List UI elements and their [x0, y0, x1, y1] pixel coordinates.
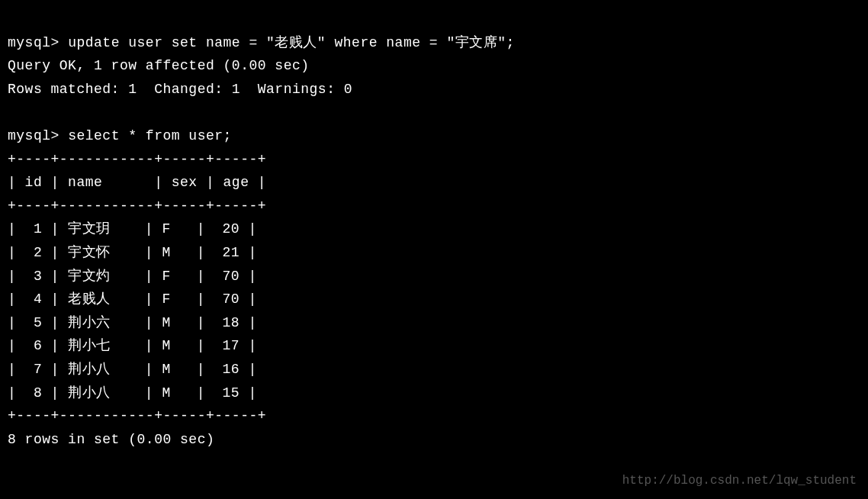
table-row: | 1 | 宇文玥 | F | 20 | [8, 221, 257, 237]
watermark-text: http://blog.csdn.net/lqw_student [622, 471, 857, 491]
table-row: | 8 | 荆小八 | M | 15 | [8, 385, 257, 401]
table-border: +----+-----------+-----+-----+ [8, 408, 266, 423]
query-result-line: Rows matched: 1 Changed: 1 Warnings: 0 [8, 82, 352, 97]
table-row: | 7 | 荆小八 | M | 16 | [8, 362, 257, 377]
query-result-line: 8 rows in set (0.00 sec) [8, 432, 214, 447]
sql-update-command: update user set name = "老贱人" where name … [68, 35, 515, 50]
table-border: +----+-----------+-----+-----+ [8, 198, 266, 214]
sql-select-command: select * from user; [68, 128, 232, 143]
table-row: | 2 | 宇文怀 | M | 21 | [8, 245, 257, 260]
table-row: | 5 | 荆小六 | M | 18 | [8, 315, 257, 330]
mysql-prompt: mysql> update user set name = "老贱人" wher… [8, 35, 515, 50]
query-result-line: Query OK, 1 row affected (0.00 sec) [8, 58, 310, 73]
table-row: | 4 | 老贱人 | F | 70 | [8, 291, 257, 307]
mysql-prompt: mysql> select * from user; [8, 128, 232, 143]
terminal-output: mysql> update user set name = "老贱人" wher… [8, 8, 860, 451]
table-header: | id | name | sex | age | [8, 175, 266, 190]
table-row: | 6 | 荆小七 | M | 17 | [8, 338, 257, 353]
table-row: | 3 | 宇文灼 | F | 70 | [8, 269, 257, 284]
table-border: +----+-----------+-----+-----+ [8, 152, 266, 167]
